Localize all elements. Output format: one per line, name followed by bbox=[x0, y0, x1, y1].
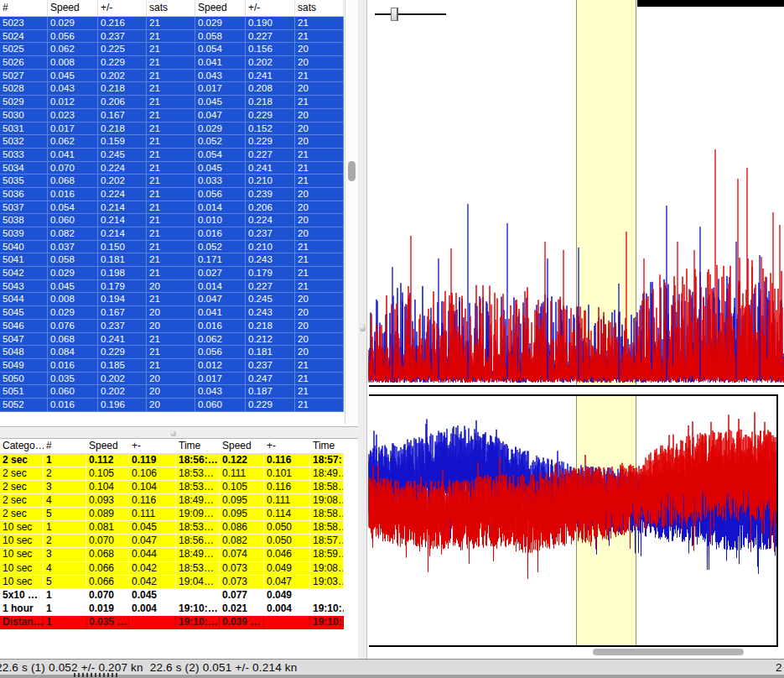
cell: 0.122 bbox=[220, 454, 264, 467]
cell: 20 bbox=[295, 56, 344, 69]
cell: 5046 bbox=[0, 320, 48, 332]
table-row[interactable]: 50320.0620.159210.0520.22920 bbox=[0, 135, 344, 149]
chart-border bbox=[369, 394, 777, 396]
result-row[interactable]: 10 sec50.0660.04219:04…0.0730.04719:03… bbox=[0, 576, 344, 589]
result-row[interactable]: Distan…10.035 …19:10:…0.039 …19:10:… bbox=[0, 616, 344, 629]
column-header-sats2[interactable]: sats bbox=[295, 0, 344, 16]
column-header-speed1[interactable]: Speed bbox=[48, 0, 98, 16]
cell: 0.105 bbox=[220, 481, 264, 493]
scrollbar-thumb[interactable] bbox=[348, 161, 356, 181]
column-header-error1[interactable]: +/- bbox=[98, 0, 147, 16]
cell: 5026 bbox=[0, 56, 48, 69]
scrollbar-thumb[interactable] bbox=[593, 649, 744, 655]
table-row[interactable]: 50430.0450.179200.0140.22721 bbox=[0, 280, 344, 294]
speed-table-rows: 50230.0290.216210.0290.1902150240.0560.2… bbox=[0, 17, 344, 412]
column-header-speed2[interactable]: Speed bbox=[195, 0, 246, 16]
table-row[interactable]: 50250.0620.225210.0540.15620 bbox=[0, 43, 344, 56]
table-row[interactable]: 50470.0680.241210.0620.21220 bbox=[0, 333, 344, 347]
speed-spike-chart[interactable] bbox=[367, 0, 784, 385]
table-row[interactable]: 50290.0120.206210.0450.21821 bbox=[0, 96, 344, 109]
table-row[interactable]: 50240.0560.237210.0580.22721 bbox=[0, 30, 344, 44]
column-header-index[interactable]: # bbox=[0, 0, 48, 16]
result-row[interactable]: 2 sec10.1120.11918:56:…0.1220.11618:57:… bbox=[0, 454, 344, 467]
cell: 19:04… bbox=[176, 576, 220, 588]
column-header-rank[interactable]: # bbox=[44, 439, 86, 453]
cell: 2 sec bbox=[0, 467, 44, 480]
cell: 0.045 bbox=[48, 280, 98, 293]
cell: 18:56… bbox=[176, 535, 220, 547]
speed-band-chart[interactable] bbox=[367, 396, 776, 645]
table-row[interactable]: 50390.0820.214210.0160.23720 bbox=[0, 227, 344, 241]
cell: 2 bbox=[44, 535, 86, 547]
table-row[interactable]: 50360.0160.224210.0560.23920 bbox=[0, 188, 344, 201]
table-row[interactable]: 50490.0160.185210.0120.23721 bbox=[0, 359, 344, 373]
cell: 0.104 bbox=[129, 481, 176, 493]
column-header-error2[interactable]: +/- bbox=[246, 0, 295, 16]
cell: 2 sec bbox=[0, 481, 44, 493]
table-row[interactable]: 50460.0760.237200.0160.21820 bbox=[0, 320, 344, 333]
result-row[interactable]: 2 sec40.0930.11618:49…0.0950.11119:08… bbox=[0, 494, 344, 508]
table-row[interactable]: 50230.0290.216210.0290.19021 bbox=[0, 17, 344, 30]
table-row[interactable]: 50420.0290.198210.0270.17921 bbox=[0, 267, 344, 280]
table-row[interactable]: 50330.0410.245210.0540.22721 bbox=[0, 149, 344, 162]
table-row[interactable]: 50410.0580.181210.1710.24321 bbox=[0, 253, 344, 267]
cell: 0.229 bbox=[98, 56, 147, 69]
vertical-splitter[interactable] bbox=[358, 0, 367, 659]
table-row[interactable]: 50520.0160.196200.0600.22921 bbox=[0, 399, 344, 412]
table-row[interactable]: 50510.0600.202200.0430.18721 bbox=[0, 385, 344, 399]
cell: 21 bbox=[147, 241, 195, 253]
column-header-sats1[interactable]: sats bbox=[147, 0, 195, 16]
result-row[interactable]: 10 sec10.0810.04518:53…0.0860.05018:58… bbox=[0, 521, 344, 535]
table-row[interactable]: 50440.0080.194210.0470.24520 bbox=[0, 293, 344, 306]
cell: 5039 bbox=[0, 227, 48, 240]
result-row[interactable]: 5x10 …10.0700.0450.0770.049 bbox=[0, 589, 344, 602]
column-header-error2[interactable]: +- bbox=[264, 439, 310, 453]
result-row[interactable]: 2 sec30.1040.10418:53…0.1050.11618:58… bbox=[0, 481, 344, 494]
zoom-slider[interactable] bbox=[375, 5, 447, 23]
cell: 0.181 bbox=[246, 346, 295, 358]
slider-track[interactable] bbox=[375, 13, 446, 15]
cell: 0.017 bbox=[195, 373, 246, 385]
column-header-time2[interactable]: Time bbox=[310, 439, 344, 453]
result-row[interactable]: 10 sec40.0660.04218:53…0.0730.04919:08… bbox=[0, 562, 344, 576]
cell: 5051 bbox=[0, 385, 48, 398]
column-header-error1[interactable]: +- bbox=[129, 439, 176, 453]
cell: 0.208 bbox=[246, 82, 295, 95]
result-row[interactable]: 2 sec50.0890.11119:09…0.0950.11418:58… bbox=[0, 508, 344, 521]
table-row[interactable]: 50280.0430.218210.0170.20820 bbox=[0, 82, 344, 96]
result-row[interactable]: 10 sec20.0700.04718:56…0.0820.05018:57… bbox=[0, 535, 344, 548]
cell: 0.239 bbox=[246, 188, 295, 201]
result-row[interactable]: 2 sec20.1050.10618:53…0.1110.10118:49… bbox=[0, 467, 344, 481]
cell: 10 sec bbox=[0, 562, 44, 575]
table-row[interactable]: 50300.0230.167210.0470.22920 bbox=[0, 109, 344, 123]
column-header-speed2[interactable]: Speed bbox=[220, 439, 264, 453]
cell: 0.029 bbox=[48, 17, 98, 29]
cell: 0.224 bbox=[246, 214, 295, 227]
table-row[interactable]: 50380.0600.214210.0100.22420 bbox=[0, 214, 344, 227]
column-header-category[interactable]: Catego… bbox=[0, 439, 44, 453]
table-row[interactable]: 50480.0840.229210.0560.18120 bbox=[0, 346, 344, 359]
slider-thumb[interactable] bbox=[391, 8, 398, 21]
table-row[interactable]: 50500.0350.202200.0170.24721 bbox=[0, 373, 344, 386]
vertical-scrollbar[interactable] bbox=[345, 0, 358, 424]
cell: 0.119 bbox=[129, 454, 176, 467]
column-header-speed1[interactable]: Speed bbox=[86, 439, 129, 453]
cell: 0.210 bbox=[246, 241, 295, 253]
table-row[interactable]: 50370.0540.214210.0140.20620 bbox=[0, 201, 344, 215]
column-header-time1[interactable]: Time bbox=[176, 439, 220, 453]
table-row[interactable]: 50350.0680.202210.0330.21021 bbox=[0, 175, 344, 188]
horizontal-scrollbar[interactable] bbox=[367, 647, 784, 658]
result-row[interactable]: 1 hour10.0190.00419:10:…0.0210.00419:10:… bbox=[0, 602, 344, 616]
table-row[interactable]: 50270.0450.202210.0430.24121 bbox=[0, 70, 344, 83]
table-row[interactable]: 50260.0080.229210.0410.20220 bbox=[0, 56, 344, 70]
table-row[interactable]: 50400.0370.150210.0520.21021 bbox=[0, 241, 344, 254]
cell: 4 bbox=[44, 562, 86, 575]
horizontal-splitter[interactable] bbox=[0, 426, 358, 439]
table-row[interactable]: 50310.0170.218210.0290.15220 bbox=[0, 123, 344, 136]
cell: 21 bbox=[147, 149, 195, 161]
table-row[interactable]: 50450.0290.167200.0410.24320 bbox=[0, 306, 344, 320]
result-row[interactable]: 10 sec30.0680.04418:49…0.0740.04618:59… bbox=[0, 548, 344, 561]
table-row[interactable]: 50340.0700.224210.0450.24121 bbox=[0, 162, 344, 175]
cell: 5024 bbox=[0, 30, 48, 43]
cell: 21 bbox=[147, 30, 195, 43]
